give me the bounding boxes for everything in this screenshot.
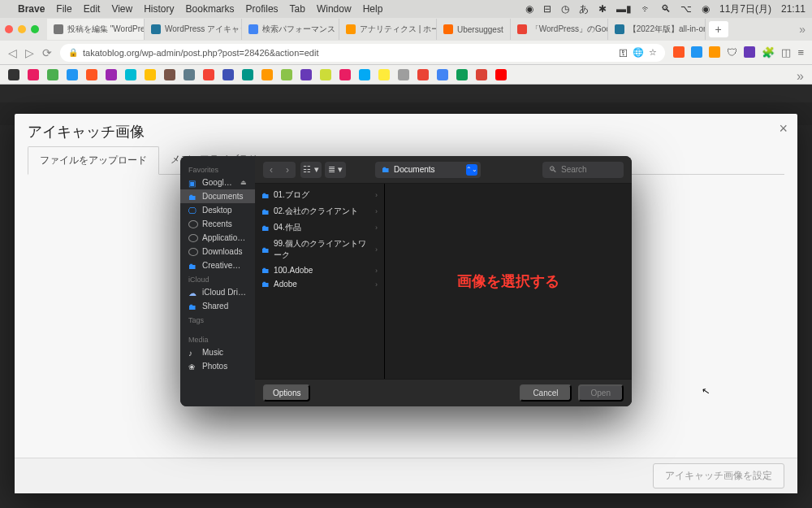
reload-button[interactable]: ⟳ bbox=[42, 46, 52, 59]
ext-icon-2[interactable] bbox=[691, 46, 702, 58]
bookmark-item[interactable] bbox=[47, 69, 58, 80]
tab-2[interactable]: 検索パフォーマンス bbox=[242, 19, 339, 40]
folder-row[interactable]: 🖿99.個人のクライアントワーク› bbox=[255, 236, 384, 263]
menu-history[interactable]: History bbox=[144, 3, 174, 15]
extensions-icon[interactable]: 🧩 bbox=[762, 46, 775, 59]
sidebar-item-downloads[interactable]: Downloads bbox=[180, 245, 255, 258]
menubar-time[interactable]: 21:11 bbox=[781, 3, 806, 15]
bookmark-item[interactable] bbox=[281, 69, 292, 80]
bookmark-item[interactable] bbox=[456, 69, 468, 80]
shield-icon[interactable]: 🛡 bbox=[727, 46, 737, 59]
bookmark-item[interactable] bbox=[106, 69, 117, 80]
bookmark-item[interactable] bbox=[339, 69, 351, 80]
minimize-window-button[interactable] bbox=[18, 25, 26, 33]
battery-icon[interactable]: ▬▮ bbox=[616, 3, 632, 15]
nav-back-button[interactable]: ‹ bbox=[263, 162, 279, 178]
ext-icon-3[interactable] bbox=[709, 46, 720, 58]
bookmark-item[interactable] bbox=[203, 69, 214, 80]
siri-icon[interactable]: ◉ bbox=[702, 3, 710, 15]
spotlight-icon[interactable]: 🔍︎ bbox=[661, 3, 671, 15]
view-group-button[interactable]: ≣ ▾ bbox=[325, 162, 346, 178]
bookmark-item[interactable] bbox=[222, 69, 234, 80]
sidebar-item-photos[interactable]: ❀Photos bbox=[180, 359, 255, 373]
sidebar-item-google[interactable]: ▣Googl…⏏ bbox=[180, 176, 255, 189]
folder-row[interactable]: 🖿04.作品› bbox=[255, 219, 384, 236]
bookmark-icon[interactable]: ☆ bbox=[649, 47, 657, 58]
nav-forward-button[interactable]: › bbox=[279, 162, 296, 178]
tab-1[interactable]: WordPress アイキャッチ画 bbox=[145, 19, 242, 40]
path-dropdown[interactable]: 🖿 Documents ⌃⌄ bbox=[375, 162, 481, 178]
menu-file[interactable]: File bbox=[56, 3, 71, 15]
menu-icon[interactable]: ≡ bbox=[797, 46, 804, 59]
bookmark-item[interactable] bbox=[67, 69, 78, 80]
sidebar-item-creative[interactable]: 🖿Creative… bbox=[180, 258, 255, 272]
bookmark-item[interactable] bbox=[184, 69, 195, 80]
menu-tab[interactable]: Tab bbox=[290, 3, 305, 15]
menu-profiles[interactable]: Profiles bbox=[246, 3, 279, 15]
bookmark-item[interactable] bbox=[495, 69, 507, 80]
bookmark-item[interactable] bbox=[359, 69, 370, 80]
sidebar-item-music[interactable]: ♪Music bbox=[180, 345, 255, 359]
bookmark-item[interactable] bbox=[320, 69, 331, 80]
bookmark-item[interactable] bbox=[300, 69, 312, 80]
tab-upload[interactable]: ファイルをアップロード bbox=[28, 146, 159, 175]
sidebar-icon[interactable]: ◫ bbox=[781, 46, 791, 59]
menu-window[interactable]: Window bbox=[317, 3, 352, 15]
clock-icon[interactable]: ◷ bbox=[561, 3, 569, 15]
set-featured-image-button[interactable]: アイキャッチ画像を設定 bbox=[653, 463, 784, 488]
menu-help[interactable]: Help bbox=[363, 3, 383, 15]
bookmark-item[interactable] bbox=[437, 69, 448, 80]
bookmark-item[interactable] bbox=[145, 69, 156, 80]
back-button[interactable]: ◁ bbox=[8, 46, 17, 59]
control-center-icon[interactable]: ⌥ bbox=[680, 3, 692, 15]
bluetooth-icon[interactable]: ✱ bbox=[598, 3, 607, 15]
view-columns-button[interactable]: ☷ ▾ bbox=[300, 162, 322, 178]
bookmark-overflow-icon[interactable]: » bbox=[797, 69, 804, 80]
sidebar-item-recents[interactable]: Recents bbox=[180, 217, 255, 231]
cancel-button[interactable]: Cancel bbox=[520, 384, 571, 402]
bookmark-item[interactable] bbox=[261, 69, 273, 80]
eject-icon[interactable]: ⏏ bbox=[240, 179, 247, 186]
key-icon[interactable]: ⚿ bbox=[619, 48, 628, 58]
tab-overflow-icon[interactable]: » bbox=[799, 23, 806, 36]
bookmark-item[interactable] bbox=[28, 69, 39, 80]
new-tab-button[interactable]: + bbox=[709, 21, 728, 37]
wifi-icon[interactable]: ᯤ bbox=[641, 3, 651, 15]
menubar-date[interactable]: 11月7日(月) bbox=[719, 2, 771, 16]
bookmark-item[interactable] bbox=[242, 69, 253, 80]
tab-5[interactable]: 「WordPress」のGoogl… bbox=[511, 19, 608, 40]
folder-row[interactable]: 🖿100.Adobe› bbox=[255, 263, 384, 277]
sidebar-item-documents[interactable]: 🖿Documents bbox=[180, 189, 255, 203]
bookmark-item[interactable] bbox=[378, 69, 390, 80]
sidebar-item-icloud[interactable]: ☁iCloud Dri… bbox=[180, 285, 255, 299]
line-icon[interactable]: ◉ bbox=[525, 3, 533, 15]
translate-icon[interactable]: 🌐 bbox=[633, 47, 644, 58]
folder-row[interactable]: 🖿01.ブログ› bbox=[255, 187, 384, 203]
folder-row[interactable]: 🖿02.会社のクライアント› bbox=[255, 203, 384, 219]
tab-4[interactable]: Ubersuggest bbox=[437, 19, 511, 40]
menu-view[interactable]: View bbox=[111, 3, 132, 15]
open-button[interactable]: Open bbox=[578, 384, 624, 402]
sidebar-item-shared[interactable]: 🖿Shared bbox=[180, 299, 255, 313]
folder-row[interactable]: 🖿Adobe› bbox=[255, 277, 384, 291]
close-window-button[interactable] bbox=[5, 25, 13, 33]
search-field[interactable]: 🔍︎ Search bbox=[542, 162, 624, 178]
maximize-window-button[interactable] bbox=[31, 25, 39, 33]
app-name[interactable]: Brave bbox=[18, 3, 45, 15]
ext-icon-4[interactable] bbox=[744, 46, 755, 58]
address-field[interactable]: 🔒 takatoblog.org/wp-admin/post.php?post=… bbox=[60, 44, 665, 62]
sidebar-item-desktop[interactable]: 🖵Desktop bbox=[180, 203, 255, 217]
bookmark-item[interactable] bbox=[417, 69, 429, 80]
bookmark-folder[interactable] bbox=[8, 69, 19, 80]
input-icon[interactable]: あ bbox=[579, 2, 589, 16]
tab-0[interactable]: 投稿を編集 "WordPres…× bbox=[47, 19, 145, 40]
bookmark-item[interactable] bbox=[164, 69, 175, 80]
bookmark-item[interactable] bbox=[86, 69, 97, 80]
tab-6[interactable]: 【2022年版】all-in-one … bbox=[608, 19, 706, 40]
options-button[interactable]: Options bbox=[263, 384, 310, 402]
forward-button[interactable]: ▷ bbox=[25, 46, 34, 59]
tab-3[interactable]: アナリティクス | ホーム bbox=[339, 19, 437, 40]
menu-bookmarks[interactable]: Bookmarks bbox=[186, 3, 235, 15]
ext-icon-1[interactable] bbox=[673, 46, 685, 58]
bookmark-item[interactable] bbox=[398, 69, 409, 80]
